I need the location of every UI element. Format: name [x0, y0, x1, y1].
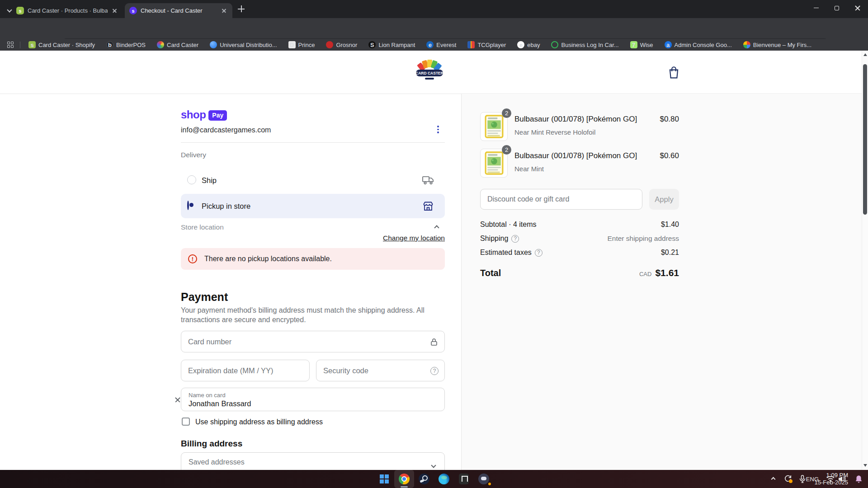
edge-taskbar-icon[interactable] [434, 470, 454, 488]
pokemon-card-image [485, 114, 504, 139]
bookmark-label: Prince [298, 42, 315, 48]
desktop: s Card Caster · Products · Bulbasa s Che… [0, 0, 868, 488]
total-row: Total CAD $1.61 [480, 267, 679, 278]
tab-title: Checkout - Card Caster [141, 7, 217, 14]
apply-discount-button[interactable]: Apply [649, 189, 679, 210]
ship-radio[interactable] [187, 175, 196, 184]
sync-tray-icon[interactable] [784, 470, 792, 488]
notification-bell-icon[interactable] [855, 470, 863, 488]
shipping-value: Enter shipping address [607, 235, 679, 243]
shipping-help-icon[interactable] [511, 235, 519, 243]
error-text: There are no pickup locations available. [204, 255, 332, 263]
checkout-page: CARD CASTER shopPay info@cardcastergames… [0, 51, 868, 470]
payment-description: Your payment method's billing address mu… [181, 305, 445, 324]
account-menu-kebab-icon[interactable] [437, 126, 439, 135]
epic-games-taskbar-icon[interactable] [454, 470, 474, 488]
apps-grid-icon[interactable] [7, 42, 14, 48]
tray-chevron[interactable] [772, 470, 775, 488]
change-location-link[interactable]: Change my location [181, 234, 445, 242]
item-thumbnail: 2 [480, 112, 508, 141]
taxes-help-icon[interactable] [535, 249, 542, 257]
scroll-up-arrow[interactable] [863, 53, 867, 56]
svg-text:CARD CASTER: CARD CASTER [415, 71, 443, 75]
billing-checkbox-label: Use shipping address as billing address [195, 418, 323, 426]
bookmark-item[interactable]: Business Log In Car... [548, 41, 618, 48]
name-on-card-label: Name on card [189, 392, 226, 399]
tab-title: Card Caster · Products · Bulbasa [28, 7, 108, 14]
bookmark-item[interactable]: TCGplayer [465, 41, 506, 48]
expiration-input[interactable] [181, 360, 309, 381]
security-code-help-icon[interactable] [430, 367, 439, 375]
bookmark-item[interactable]: Grosnor [323, 41, 357, 48]
chrome-taskbar-icon[interactable] [394, 470, 414, 488]
close-button[interactable] [847, 0, 868, 16]
page-scrollbar[interactable] [862, 51, 868, 470]
chat-app-taskbar-icon[interactable] [474, 470, 494, 488]
name-on-card-field[interactable]: Name on card Jonathan Brassard [181, 388, 445, 411]
bookmark-label: Grosnor [336, 42, 357, 48]
maximize-button[interactable] [826, 0, 847, 16]
google-cloud-icon [743, 41, 750, 48]
tab-close-icon[interactable] [221, 7, 228, 14]
quantity-badge: 2 [502, 145, 511, 155]
taxes-label: Estimated taxes [480, 249, 532, 257]
tab-checkout[interactable]: s Checkout - Card Caster [125, 3, 232, 18]
bookmark-item[interactable]: aAdmin Console Goo... [662, 41, 732, 48]
bookmark-label: Business Log In Car... [561, 42, 618, 48]
shopify-favicon-icon: s [16, 7, 24, 14]
bookmark-item[interactable]: DPrince [286, 41, 315, 48]
bookmark-item[interactable]: Card Caster [154, 41, 198, 48]
customer-email: info@cardcastergames.com [181, 126, 271, 134]
pickup-error-banner: ! There are no pickup locations availabl… [181, 248, 445, 270]
item-variant: Near Mint [514, 165, 544, 173]
security-code-input[interactable] [316, 360, 444, 381]
new-tab-button[interactable] [238, 5, 245, 13]
grosnor-icon [326, 41, 333, 48]
universal-distribution-icon [210, 41, 217, 48]
start-button[interactable] [374, 470, 394, 488]
tab-strip: s Card Caster · Products · Bulbasa s Che… [0, 0, 868, 18]
bookmark-item[interactable]: Bienvenue – My Firs... [741, 41, 811, 48]
bookmark-item[interactable]: bBinderPOS [104, 41, 146, 48]
microphone-tray-icon[interactable] [799, 470, 806, 488]
store-location-label: Store location [181, 223, 224, 231]
bookmark-item[interactable]: sCard Caster · Shopify [26, 41, 95, 48]
bookmark-item[interactable]: 7Wise [627, 41, 653, 48]
saved-addresses-select[interactable]: Saved addresses [181, 452, 445, 470]
bookmark-item[interactable]: eEverest [424, 41, 456, 48]
lion-rampant-icon: S [368, 41, 376, 48]
delivery-option-ship[interactable]: Ship [181, 167, 445, 192]
payment-heading: Payment [181, 291, 228, 304]
shop-pay-favicon-icon: s [129, 7, 137, 14]
tcgplayer-icon [467, 41, 475, 48]
bookmark-label: Everest [436, 42, 456, 48]
card-caster-icon [157, 41, 164, 48]
billing-same-checkbox[interactable] [182, 418, 190, 426]
card-number-input[interactable] [181, 331, 444, 352]
delivery-option-pickup[interactable]: Pickup in store [181, 194, 445, 218]
scroll-down-arrow[interactable] [863, 464, 867, 467]
collapse-chevron-up-icon[interactable] [434, 225, 439, 230]
divider [20, 42, 20, 48]
pickup-radio[interactable] [187, 201, 189, 210]
error-icon: ! [188, 254, 197, 263]
discount-input[interactable] [481, 189, 642, 209]
bookmark-item[interactable]: eebay [514, 41, 540, 48]
windows-taskbar: ENG 1:09 PM 15-Feb-2025 [0, 470, 868, 488]
window-controls [806, 0, 868, 16]
cart-bag-icon[interactable] [668, 66, 680, 79]
tab-products[interactable]: s Card Caster · Products · Bulbasa [12, 3, 123, 18]
bookmark-label: Card Caster · Shopify [38, 42, 95, 48]
sync-alert-dot [789, 479, 793, 483]
billing-address-heading: Billing address [181, 439, 242, 449]
minimize-button[interactable] [806, 0, 826, 16]
bookmark-item[interactable]: Universal Distributio... [207, 41, 277, 48]
tab-close-icon[interactable] [111, 7, 118, 14]
bookmark-item[interactable]: SLion Rampant [366, 41, 415, 48]
taskbar-clock[interactable]: 1:09 PM 15-Feb-2025 [815, 472, 848, 486]
name-on-card-value: Jonathan Brassard [189, 399, 251, 408]
steam-taskbar-icon[interactable] [414, 470, 434, 488]
scrollbar-thumb[interactable] [863, 64, 867, 215]
item-title: Bulbasaur (001/078) [Pokémon GO] [514, 151, 637, 160]
notification-dot [487, 482, 492, 486]
